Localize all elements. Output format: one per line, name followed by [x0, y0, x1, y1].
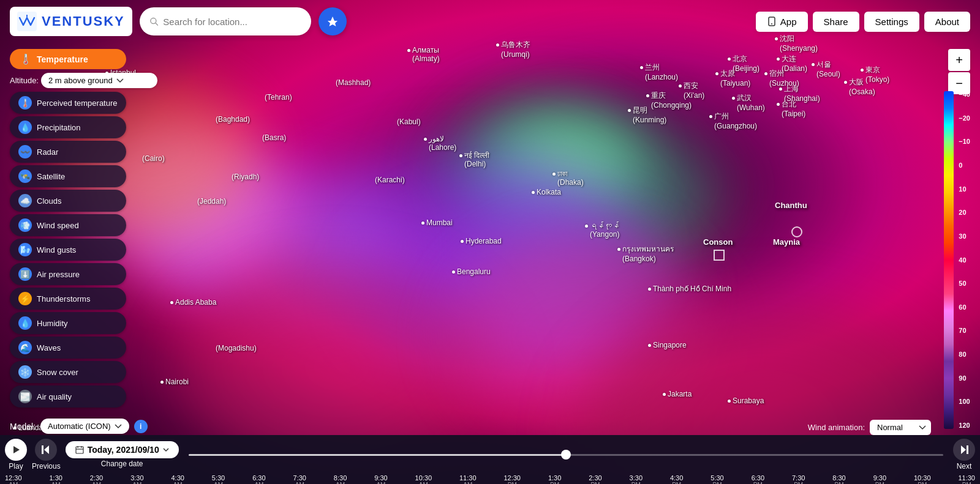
- timeline-time-930pm[interactable]: 9:30PM: [873, 474, 886, 484]
- timeline-time-530am[interactable]: 5:30AM: [212, 474, 225, 484]
- satellite-layer[interactable]: 🛰️ Satellite: [10, 165, 126, 187]
- timeline-time-630pm[interactable]: 6:30PM: [752, 474, 764, 484]
- logo[interactable]: VENTUSKY: [10, 7, 132, 36]
- search-input[interactable]: [163, 17, 301, 27]
- svg-marker-12: [961, 445, 966, 454]
- fast-forward-icon: [959, 444, 970, 455]
- app-button[interactable]: App: [756, 12, 808, 32]
- timeline-time-730pm[interactable]: 7:30PM: [792, 474, 805, 484]
- timeline-time-430pm[interactable]: 4:30PM: [670, 474, 683, 484]
- wind-speed-icon: 💨: [18, 218, 32, 232]
- timeline-time-630am[interactable]: 6:30AM: [252, 474, 265, 484]
- timeline-time-330pm[interactable]: 3:30PM: [630, 474, 643, 484]
- wind-animation-label: Wind animation:: [808, 423, 865, 432]
- satellite-icon: 🛰️: [18, 169, 32, 183]
- next-button[interactable]: [953, 439, 975, 461]
- timeline-time-1230am[interactable]: 12:30AM: [5, 474, 22, 484]
- temperature-layer-active[interactable]: 🌡️ Temperature: [10, 49, 126, 69]
- next-section: Next: [953, 439, 975, 471]
- timeline: Play Previous: [0, 435, 980, 484]
- timeline-time-1130pm[interactable]: 11:30PM: [958, 474, 975, 484]
- model-dropdown[interactable]: Automatic (ICON): [40, 419, 129, 434]
- timeline-time-labels: 12:30AM1:30AM2:30AM3:30AM4:30AM5:30AM6:3…: [0, 474, 980, 484]
- previous-button[interactable]: [35, 439, 57, 461]
- air-quality-icon: 🌫️: [18, 390, 32, 403]
- thermometer-icon: 🌡️: [20, 53, 32, 65]
- timeline-track[interactable]: [189, 454, 943, 456]
- timeline-time-530pm[interactable]: 5:30PM: [710, 474, 723, 484]
- svg-rect-13: [967, 445, 968, 454]
- storm-conson: Conson: [703, 237, 733, 247]
- model-selector-area: Model: Automatic (ICON) i: [10, 419, 148, 434]
- waves-icon: 🌊: [18, 341, 32, 354]
- gps-icon: [326, 15, 339, 28]
- wind-gusts-layer[interactable]: 🌬️ Wind gusts: [10, 239, 126, 261]
- wind-gusts-icon: 🌬️: [18, 243, 32, 256]
- zoom-in-button[interactable]: +: [948, 49, 970, 71]
- timeline-time-1130am[interactable]: 11:30AM: [459, 474, 477, 484]
- waves-layer[interactable]: 🌊 Waves: [10, 337, 126, 359]
- perceived-temperature-layer[interactable]: 🌡️ Perceived temperature: [10, 92, 126, 114]
- change-date-label: Change date: [101, 460, 143, 468]
- timeline-time-230pm[interactable]: 2:30PM: [589, 474, 601, 484]
- timeline-time-830am[interactable]: 8:30AM: [334, 474, 347, 484]
- timeline-time-830pm[interactable]: 8:30PM: [832, 474, 845, 484]
- timeline-time-1230pm[interactable]: 12:30PM: [503, 474, 521, 484]
- thunderstorms-layer[interactable]: ⚡ Thunderstorms: [10, 288, 126, 310]
- phone-icon: [767, 17, 777, 26]
- gps-button[interactable]: [318, 7, 347, 35]
- air-quality-layer[interactable]: 🌫️ Air quality: [10, 385, 126, 408]
- scale-labels: 120 100 90 80 70 60 50 40 30 20 10 0 −10…: [956, 91, 970, 429]
- logo-text: VENTUSKY: [42, 13, 125, 29]
- thunderstorms-icon: ⚡: [18, 292, 32, 305]
- settings-button[interactable]: Settings: [864, 12, 919, 32]
- svg-rect-7: [42, 445, 43, 454]
- snow-cover-icon: ❄️: [18, 365, 32, 379]
- clouds-icon: ☁️: [18, 194, 32, 207]
- layer-panel: 🌡️ Temperature Altitude: 2 m above groun…: [10, 49, 157, 408]
- timeline-time-930am[interactable]: 9:30AM: [374, 474, 387, 484]
- svg-marker-5: [13, 446, 20, 453]
- timeline-time-130am[interactable]: 1:30AM: [49, 474, 62, 484]
- share-button[interactable]: Share: [813, 12, 859, 32]
- model-label: Model:: [10, 422, 36, 431]
- storm-chanthu: Chanthu: [775, 201, 807, 210]
- clouds-layer[interactable]: ☁️ Clouds: [10, 190, 126, 212]
- play-icon: [12, 445, 20, 454]
- wind-speed-layer[interactable]: 💨 Wind speed: [10, 214, 126, 236]
- scale-unit: °F: [962, 80, 970, 89]
- timeline-time-730am[interactable]: 7:30AM: [293, 474, 306, 484]
- humidity-layer[interactable]: 💧 Humidity: [10, 312, 126, 334]
- air-pressure-layer[interactable]: ⬇️ Air pressure: [10, 263, 126, 285]
- wind-animation-dropdown[interactable]: Off Slow Normal Fast: [870, 420, 931, 435]
- timeline-thumb[interactable]: [561, 450, 571, 460]
- chevron-down-icon: [163, 448, 169, 452]
- humidity-icon: 💧: [18, 316, 32, 330]
- svg-point-4: [771, 23, 772, 24]
- date-button[interactable]: Today, 2021/09/10: [66, 441, 179, 458]
- previous-label: Previous: [32, 462, 61, 471]
- info-button[interactable]: i: [134, 420, 148, 433]
- next-label: Next: [957, 462, 972, 471]
- timeline-time-1030pm[interactable]: 10:30PM: [914, 474, 931, 484]
- storm-maynia: Maynia: [773, 237, 800, 247]
- timeline-time-330am[interactable]: 3:30AM: [130, 474, 143, 484]
- altitude-selector[interactable]: 2 m above ground: [41, 73, 157, 88]
- timeline-time-130pm[interactable]: 1:30PM: [548, 474, 561, 484]
- altitude-label: Altitude:: [10, 76, 39, 85]
- timeline-time-230am[interactable]: 2:30AM: [90, 474, 103, 484]
- snow-cover-layer[interactable]: ❄️ Snow cover: [10, 361, 126, 383]
- date-section: Today, 2021/09/10 Change date: [66, 441, 179, 468]
- model-chevron-icon: [115, 424, 122, 429]
- timeline-time-1030am[interactable]: 10:30AM: [415, 474, 432, 484]
- timeline-time-430am[interactable]: 4:30AM: [171, 474, 184, 484]
- precipitation-layer[interactable]: 💧 Precipitation: [10, 116, 126, 138]
- about-button[interactable]: About: [924, 12, 970, 32]
- precipitation-icon: 💧: [18, 121, 32, 134]
- previous-section: Previous: [32, 439, 61, 471]
- svg-rect-0: [17, 12, 37, 31]
- radar-layer[interactable]: 〰️ Radar: [10, 141, 126, 163]
- ventusky-logo-icon: [17, 12, 37, 31]
- radar-icon: 〰️: [18, 145, 32, 158]
- play-button[interactable]: [5, 439, 27, 461]
